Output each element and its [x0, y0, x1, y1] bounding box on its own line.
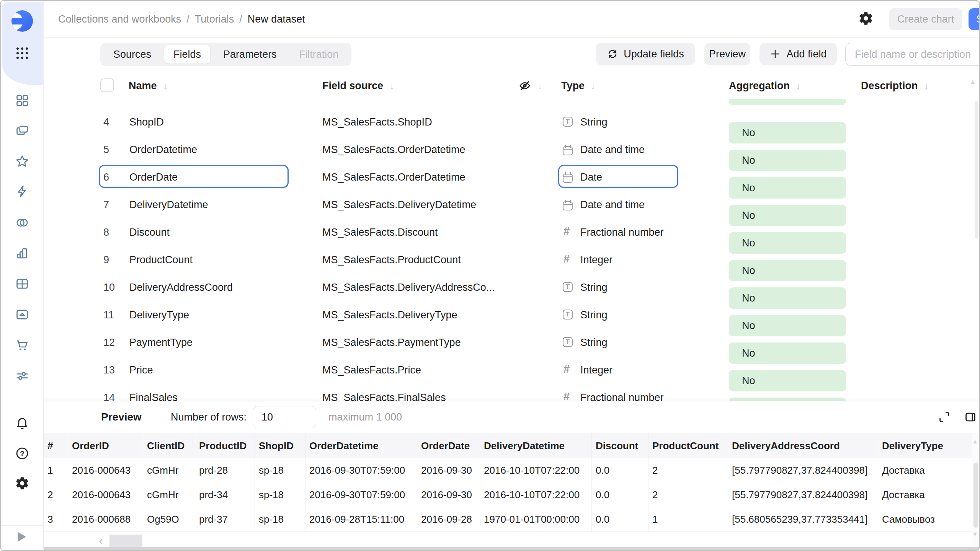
field-type[interactable]: String [580, 337, 608, 349]
apps-grid-icon[interactable] [16, 47, 19, 50]
help-button[interactable]: ? [15, 446, 29, 461]
bar-chart-icon [15, 246, 29, 261]
field-row[interactable]: 13 Price MS_SalesFacts.Price Integer No [44, 356, 979, 384]
preview-col-orderdatetime: OrderDatetime [305, 433, 417, 458]
field-source[interactable]: MS_SalesFacts.DeliveryType [322, 309, 457, 321]
field-type[interactable]: String [580, 282, 608, 293]
scroll-up-icon[interactable]: ▲ [969, 78, 976, 86]
preview-scrollbar-thumb[interactable] [973, 463, 978, 528]
sidebar-item-charts[interactable] [15, 246, 29, 261]
field-source[interactable]: MS_SalesFacts.DeliveryDatetime [322, 199, 476, 211]
sidebar-item-datasets[interactable] [15, 215, 29, 230]
field-type[interactable]: String [580, 309, 608, 321]
sidebar: ? [1, 1, 44, 550]
field-source[interactable]: MS_SalesFacts.PaymentType [322, 337, 461, 349]
sidebar-item-favorites[interactable] [15, 154, 29, 169]
field-name[interactable]: OrderDate [129, 171, 178, 183]
field-type[interactable]: Integer [580, 364, 612, 376]
field-source[interactable]: MS_SalesFacts.DeliveryAddressCo... [322, 282, 495, 293]
sidebar-expand-icon[interactable] [18, 532, 26, 542]
field-row[interactable]: 8 Discount MS_SalesFacts.Discount Fracti… [44, 218, 979, 246]
column-header-description[interactable]: Description [861, 80, 929, 91]
sidebar-item-marketplace[interactable] [15, 338, 29, 352]
page-horizontal-scrollbar[interactable] [44, 547, 979, 550]
field-name[interactable]: ShopID [129, 116, 164, 128]
column-header-field-source[interactable]: Field source [322, 80, 394, 91]
field-row[interactable]: 12 PaymentType MS_SalesFacts.PaymentType… [44, 329, 979, 356]
sidebar-item-connections[interactable] [15, 184, 29, 199]
dataset-settings-button[interactable] [858, 11, 874, 26]
split-view-icon [964, 411, 977, 424]
tab-fields[interactable]: Fields [164, 45, 210, 64]
field-source[interactable]: MS_SalesFacts.ShopID [322, 116, 432, 128]
sidebar-item-dashboard[interactable] [15, 93, 29, 108]
field-type[interactable]: Date and time [580, 199, 645, 211]
two-circles-icon [15, 215, 29, 230]
select-all-checkbox[interactable] [100, 78, 114, 92]
field-name[interactable]: OrderDatetime [129, 144, 197, 156]
preview-button[interactable]: Preview [704, 43, 750, 65]
field-row[interactable]: 10 DeliveryAddressCoord MS_SalesFacts.De… [44, 274, 979, 301]
column-header-visibility[interactable] [518, 79, 542, 92]
field-row[interactable]: 9 ProductCount MS_SalesFacts.ProductCoun… [44, 246, 979, 274]
field-source[interactable]: MS_SalesFacts.Discount [322, 227, 438, 238]
field-name[interactable]: PaymentType [129, 337, 193, 349]
field-source[interactable]: MS_SalesFacts.OrderDatetime [322, 171, 466, 183]
datalens-logo-icon[interactable] [11, 10, 33, 32]
sidebar-item-dashboards[interactable] [15, 277, 29, 291]
field-row[interactable]: 4 ShopID MS_SalesFacts.ShopID String No [44, 108, 979, 136]
field-row[interactable]: 7 DeliveryDatetime MS_SalesFacts.Deliver… [44, 191, 979, 218]
settings-button[interactable] [15, 476, 29, 491]
tab-sources[interactable]: Sources [104, 45, 160, 64]
field-row-number: 7 [103, 199, 109, 211]
aggregation-pill-partial [729, 99, 846, 105]
folder-cloud-icon [15, 307, 29, 322]
rows-count-input[interactable] [253, 406, 316, 428]
fields-scrollbar-thumb[interactable] [975, 101, 978, 239]
field-name[interactable]: DeliveryDatetime [129, 199, 208, 211]
preview-table-header: # OrderID ClientID ProductID ShopID Orde… [44, 433, 972, 459]
preview-panel: Preview Number of rows: maximum 1 000 # … [44, 401, 979, 550]
field-row-number: 11 [103, 309, 114, 321]
sidebar-item-collections[interactable] [15, 124, 29, 138]
scroll-down-icon[interactable]: ▼ [972, 531, 978, 538]
update-fields-button[interactable]: Update fields [596, 43, 695, 65]
field-type[interactable]: Date and time [580, 144, 645, 156]
save-button[interactable]: Save [969, 8, 980, 30]
preview-col-shopid: ShopID [255, 433, 305, 458]
field-row-selected[interactable]: 6 OrderDate MS_SalesFacts.OrderDatetime … [44, 163, 979, 191]
notifications-button[interactable] [15, 416, 29, 430]
field-row[interactable]: 5 OrderDatetime MS_SalesFacts.OrderDatet… [44, 136, 979, 163]
field-name[interactable]: Price [129, 364, 153, 376]
column-header-type[interactable]: Type [561, 80, 596, 91]
field-source[interactable]: MS_SalesFacts.Price [322, 364, 421, 376]
preview-expand-button[interactable] [938, 411, 951, 424]
field-type[interactable]: Integer [580, 254, 612, 266]
preview-hscrollbar-thumb[interactable] [109, 535, 142, 548]
field-name[interactable]: Discount [129, 227, 170, 238]
breadcrumb-collections[interactable]: Collections and workbooks [58, 13, 181, 25]
breadcrumb-tutorials[interactable]: Tutorials [195, 13, 234, 25]
field-row-number: 10 [103, 282, 115, 293]
sidebar-item-services[interactable] [15, 368, 29, 383]
add-field-button[interactable]: Add field [760, 43, 837, 65]
field-type-icon [563, 309, 574, 321]
field-type[interactable]: String [580, 116, 608, 128]
scroll-left-icon[interactable]: ‹ [99, 534, 103, 547]
preview-split-view-button[interactable] [964, 411, 977, 424]
field-source[interactable]: MS_SalesFacts.ProductCount [322, 254, 461, 266]
tab-parameters[interactable]: Parameters [214, 45, 286, 64]
field-type-icon [563, 364, 574, 376]
field-type[interactable]: Date [580, 171, 602, 183]
column-header-name[interactable]: Name [129, 80, 168, 91]
field-search-input[interactable] [845, 43, 980, 66]
field-name[interactable]: DeliveryType [129, 309, 189, 321]
scroll-up-icon[interactable]: ▲ [972, 438, 978, 445]
sidebar-item-storage[interactable] [15, 307, 29, 322]
field-type[interactable]: Fractional number [580, 227, 664, 238]
column-header-aggregation[interactable]: Aggregation [729, 80, 801, 91]
field-source[interactable]: MS_SalesFacts.OrderDatetime [322, 144, 466, 156]
field-row[interactable]: 11 DeliveryType MS_SalesFacts.DeliveryTy… [44, 301, 979, 329]
field-name[interactable]: ProductCount [129, 254, 193, 266]
field-name[interactable]: DeliveryAddressCoord [129, 282, 233, 293]
